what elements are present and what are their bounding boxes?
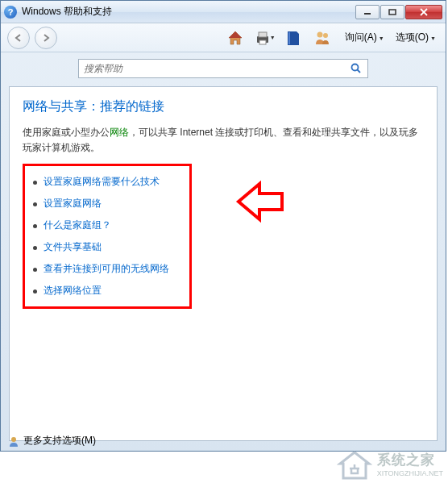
maximize-icon <box>388 9 396 15</box>
svg-rect-6 <box>259 40 266 44</box>
print-button[interactable]: ▼ <box>253 27 276 49</box>
watermark-url: XITONGZHIJIA.NET <box>377 469 443 478</box>
svg-line-11 <box>358 70 361 73</box>
recommended-links: 设置家庭网络需要什么技术 设置家庭网络 什么是家庭组？ 文件共享基础 查看并连接… <box>23 164 192 309</box>
support-icon <box>7 435 20 448</box>
svg-point-8 <box>317 31 322 37</box>
list-item: 选择网络位置 <box>30 280 181 302</box>
search-box <box>78 59 368 78</box>
minimize-button[interactable] <box>355 5 380 19</box>
maximize-button[interactable] <box>380 5 404 19</box>
list-item: 查看并连接到可用的无线网络 <box>30 258 181 280</box>
window-title: Windows 帮助和支持 <box>22 5 355 19</box>
intro-text: 使用家庭或小型办公网络，可以共享 Internet 连接或打印机、查看和处理共享… <box>23 125 424 156</box>
search-icon <box>351 63 362 74</box>
close-icon <box>419 8 429 16</box>
titlebar: ? Windows 帮助和支持 <box>1 1 446 23</box>
options-menu[interactable]: 选项(O)▼ <box>392 29 439 46</box>
home-button[interactable] <box>224 27 247 49</box>
forward-button[interactable] <box>35 27 57 49</box>
ask-button[interactable] <box>311 27 334 49</box>
bullet-icon <box>33 202 37 206</box>
search-input[interactable] <box>82 61 348 76</box>
arrow-right-icon <box>41 33 51 43</box>
help-icon: ? <box>4 6 17 19</box>
toolbar: ▼ 询问(A)▼ 选项(O)▼ <box>1 23 446 52</box>
print-icon <box>253 28 268 48</box>
svg-point-12 <box>11 437 16 442</box>
svg-rect-5 <box>259 32 267 37</box>
browse-button[interactable] <box>282 27 305 49</box>
content-area: 网络与共享：推荐的链接 使用家庭或小型办公网络，可以共享 Internet 连接… <box>9 86 438 441</box>
red-arrow-left-icon <box>235 179 287 224</box>
help-link[interactable]: 什么是家庭组？ <box>44 219 111 232</box>
chevron-down-icon: ▼ <box>270 35 276 40</box>
bullet-icon <box>33 246 37 250</box>
list-item: 设置家庭网络需要什么技术 <box>30 171 181 193</box>
chevron-down-icon: ▼ <box>430 35 436 41</box>
help-link[interactable]: 查看并连接到可用的无线网络 <box>44 262 169 276</box>
list-item: 什么是家庭组？ <box>30 214 181 236</box>
search-button[interactable] <box>348 61 364 76</box>
inline-link-network[interactable]: 网络 <box>110 127 129 138</box>
page-heading: 网络与共享：推荐的链接 <box>23 98 424 115</box>
help-link[interactable]: 选择网络位置 <box>44 284 102 298</box>
footer: 更多支持选项(M) <box>7 434 96 448</box>
bullet-icon <box>33 181 37 185</box>
list-item: 文件共享基础 <box>30 236 181 258</box>
home-icon <box>226 28 245 48</box>
ask-menu[interactable]: 询问(A)▼ <box>342 29 388 46</box>
watermark-logo-icon <box>337 449 372 481</box>
arrow-left-icon <box>14 33 23 43</box>
people-icon <box>313 28 332 48</box>
bullet-icon <box>33 224 37 228</box>
svg-rect-7 <box>288 32 290 44</box>
help-link[interactable]: 设置家庭网络 <box>44 197 102 210</box>
svg-point-10 <box>352 65 359 71</box>
chevron-down-icon: ▼ <box>379 35 384 41</box>
back-button[interactable] <box>7 27 30 49</box>
watermark: 系统之家 XITONGZHIJIA.NET <box>337 449 443 481</box>
svg-rect-1 <box>389 10 396 15</box>
bullet-icon <box>33 268 37 272</box>
help-link[interactable]: 文件共享基础 <box>44 240 102 254</box>
bullet-icon <box>33 289 37 294</box>
svg-point-9 <box>323 33 328 38</box>
more-support-link[interactable]: 更多支持选项(M) <box>23 434 96 448</box>
list-item: 设置家庭网络 <box>30 193 181 214</box>
close-button[interactable] <box>405 5 442 19</box>
minimize-icon <box>363 9 371 15</box>
watermark-name: 系统之家 <box>377 452 443 468</box>
annotation-arrow <box>235 179 287 227</box>
book-icon <box>285 28 301 48</box>
help-link[interactable]: 设置家庭网络需要什么技术 <box>44 175 160 189</box>
